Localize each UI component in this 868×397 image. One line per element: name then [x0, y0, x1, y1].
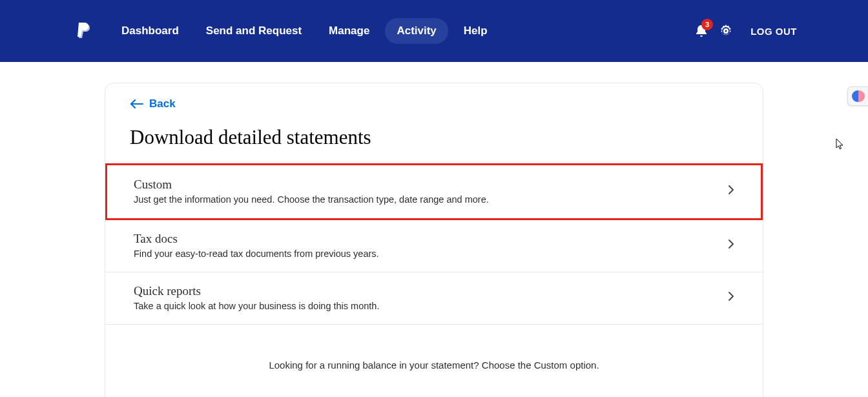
- settings-button[interactable]: [719, 25, 732, 37]
- logout-button[interactable]: LOG OUT: [750, 26, 797, 37]
- notification-badge: 3: [701, 19, 713, 30]
- header-right: 3 LOG OUT: [695, 24, 797, 38]
- nav-manage[interactable]: Manage: [317, 18, 381, 44]
- chevron-right-icon: [728, 185, 734, 198]
- option-tax-docs[interactable]: Tax docs Find your easy-to-read tax docu…: [105, 220, 763, 272]
- nav-help[interactable]: Help: [452, 18, 499, 44]
- option-tax-docs-text: Tax docs Find your easy-to-read tax docu…: [134, 232, 728, 259]
- option-custom-desc: Just get the information you need. Choos…: [134, 194, 728, 205]
- back-link[interactable]: Back: [130, 97, 176, 110]
- page-title: Download detailed statements: [130, 126, 763, 149]
- paypal-logo-icon[interactable]: [78, 23, 92, 39]
- notifications-button[interactable]: 3: [695, 24, 708, 38]
- statements-card: Back Download detailed statements Custom…: [105, 83, 763, 397]
- option-custom-title: Custom: [134, 178, 728, 192]
- nav-dashboard[interactable]: Dashboard: [110, 18, 191, 44]
- mouse-cursor-icon: [836, 138, 845, 152]
- footer-hint: Looking for a running balance in your st…: [105, 360, 763, 371]
- chevron-right-icon: [728, 291, 734, 304]
- option-custom-text: Custom Just get the information you need…: [134, 178, 728, 205]
- option-quick-reports-title: Quick reports: [134, 284, 728, 298]
- chevron-right-icon: [728, 239, 734, 252]
- brain-icon: [852, 90, 865, 102]
- primary-nav: Dashboard Send and Request Manage Activi…: [110, 18, 499, 44]
- nav-send-and-request[interactable]: Send and Request: [194, 18, 313, 44]
- option-tax-docs-desc: Find your easy-to-read tax documents fro…: [134, 249, 728, 259]
- option-custom[interactable]: Custom Just get the information you need…: [105, 163, 763, 220]
- option-tax-docs-title: Tax docs: [134, 232, 728, 246]
- top-nav: Dashboard Send and Request Manage Activi…: [0, 0, 868, 62]
- option-quick-reports[interactable]: Quick reports Take a quick look at how y…: [105, 272, 763, 325]
- back-label: Back: [149, 97, 176, 110]
- extension-badge[interactable]: [847, 87, 868, 106]
- nav-activity[interactable]: Activity: [385, 18, 448, 44]
- option-quick-reports-text: Quick reports Take a quick look at how y…: [134, 284, 728, 311]
- option-quick-reports-desc: Take a quick look at how your business i…: [134, 301, 728, 311]
